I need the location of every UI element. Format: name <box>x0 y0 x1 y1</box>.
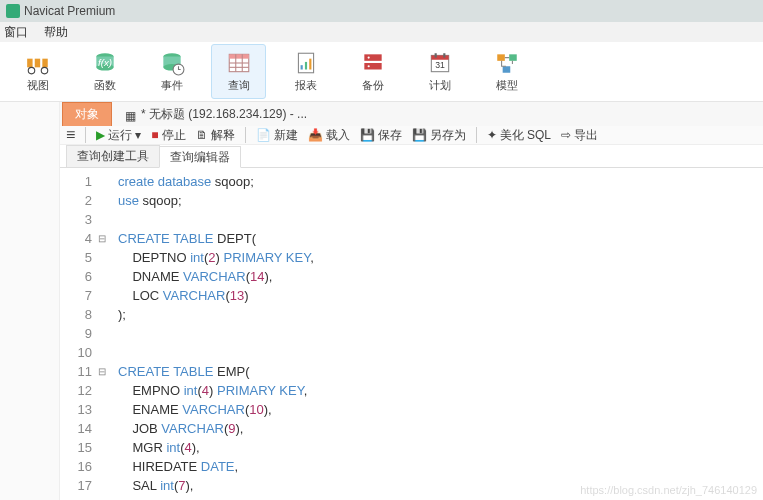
action-toolbar: ≡ ▶运行▾ ■停止 🗎解释 📄新建 📥载入 💾保存 💾另存为 ✦美化 SQL … <box>60 126 763 145</box>
inner-tabs: 查询创建工具查询编辑器 <box>60 145 763 168</box>
ribbon-label: 模型 <box>496 78 518 93</box>
query-icon: ▦ <box>125 109 137 121</box>
export-button[interactable]: ⇨导出 <box>561 127 598 144</box>
ribbon-label: 计划 <box>429 78 451 93</box>
code-area[interactable]: create database sqoop;use sqoop; CREATE … <box>112 168 763 500</box>
play-icon: ▶ <box>96 128 105 142</box>
svg-rect-30 <box>443 53 445 57</box>
code-line: CREATE TABLE EMP( <box>118 362 763 381</box>
svg-rect-33 <box>509 54 517 61</box>
app-icon <box>6 4 20 18</box>
ribbon-plan[interactable]: 31计划 <box>412 44 467 99</box>
code-line: LOC VARCHAR(13) <box>118 286 763 305</box>
code-line: ENAME VARCHAR(10), <box>118 400 763 419</box>
ribbon-model[interactable]: 模型 <box>479 44 534 99</box>
saveas-icon: 💾 <box>412 128 427 142</box>
new-button[interactable]: 📄新建 <box>256 127 298 144</box>
ribbon-report[interactable]: 报表 <box>278 44 333 99</box>
ribbon-label: 视图 <box>27 78 49 93</box>
titlebar: Navicat Premium <box>0 0 763 22</box>
menu-window[interactable]: 窗口 <box>4 24 28 41</box>
saveas-button[interactable]: 💾另存为 <box>412 127 466 144</box>
svg-rect-23 <box>364 54 381 61</box>
code-line <box>118 210 763 229</box>
ribbon-backup[interactable]: 备份 <box>345 44 400 99</box>
new-icon: 📄 <box>256 128 271 142</box>
innertab-editor[interactable]: 查询编辑器 <box>159 146 241 168</box>
wand-icon: ✦ <box>487 128 497 142</box>
explain-icon: 🗎 <box>196 128 208 142</box>
svg-rect-20 <box>300 65 302 69</box>
code-line <box>118 343 763 362</box>
svg-point-3 <box>28 67 35 74</box>
svg-point-26 <box>367 65 369 67</box>
svg-rect-21 <box>304 62 306 70</box>
svg-rect-0 <box>27 59 32 68</box>
export-icon: ⇨ <box>561 128 571 142</box>
fold-column[interactable]: ⊟⊟ <box>98 168 112 500</box>
separator <box>245 127 246 143</box>
run-button[interactable]: ▶运行▾ <box>96 127 141 144</box>
hamburger-button[interactable]: ≡ <box>66 126 75 144</box>
ribbon-event[interactable]: 事件 <box>144 44 199 99</box>
save-button[interactable]: 💾保存 <box>360 127 402 144</box>
explain-button[interactable]: 🗎解释 <box>196 127 235 144</box>
stop-button[interactable]: ■停止 <box>151 127 185 144</box>
code-line: EMPNO int(4) PRIMARY KEY, <box>118 381 763 400</box>
svg-rect-14 <box>229 54 249 58</box>
ribbon-label: 备份 <box>362 78 384 93</box>
ribbon-function[interactable]: f(x)函数 <box>77 44 132 99</box>
code-line: DEPTNO int(2) PRIMARY KEY, <box>118 248 763 267</box>
svg-rect-29 <box>434 53 436 57</box>
svg-point-25 <box>367 57 369 59</box>
filetab-untitled[interactable]: ▦* 无标题 (192.168.234.129) - ... <box>112 102 320 126</box>
code-line <box>118 324 763 343</box>
svg-rect-1 <box>34 59 39 68</box>
ribbon: 视图f(x)函数事件查询报表备份31计划模型 <box>0 42 763 102</box>
svg-rect-22 <box>309 59 311 70</box>
separator <box>476 127 477 143</box>
watermark: https://blog.csdn.net/zjh_746140129 <box>580 484 757 496</box>
code-line: ); <box>118 305 763 324</box>
app-title: Navicat Premium <box>24 4 115 18</box>
ribbon-label: 事件 <box>161 78 183 93</box>
code-line: use sqoop; <box>118 191 763 210</box>
beautify-button[interactable]: ✦美化 SQL <box>487 127 551 144</box>
svg-point-4 <box>41 67 48 74</box>
svg-rect-32 <box>497 54 505 61</box>
stop-icon: ■ <box>151 128 158 142</box>
ribbon-view[interactable]: 视图 <box>10 44 65 99</box>
file-tabs: 对象▦* 无标题 (192.168.234.129) - ... <box>60 102 763 126</box>
code-line: CREATE TABLE DEPT( <box>118 229 763 248</box>
ribbon-label: 报表 <box>295 78 317 93</box>
code-line: MGR int(4), <box>118 438 763 457</box>
sql-editor[interactable]: 123456789101112131415161718192021 ⊟⊟ cre… <box>60 168 763 500</box>
svg-rect-2 <box>42 59 47 68</box>
save-icon: 💾 <box>360 128 375 142</box>
code-line: DNAME VARCHAR(14), <box>118 267 763 286</box>
left-panel <box>0 102 60 500</box>
chevron-down-icon: ▾ <box>135 128 141 142</box>
innertab-builder[interactable]: 查询创建工具 <box>66 145 160 167</box>
svg-rect-34 <box>502 66 510 73</box>
separator <box>85 127 86 143</box>
menu-help[interactable]: 帮助 <box>44 24 68 41</box>
ribbon-label: 查询 <box>228 78 250 93</box>
code-line: HIREDATE DATE, <box>118 457 763 476</box>
load-button[interactable]: 📥载入 <box>308 127 350 144</box>
line-gutter: 123456789101112131415161718192021 <box>60 168 98 500</box>
ribbon-label: 函数 <box>94 78 116 93</box>
load-icon: 📥 <box>308 128 323 142</box>
code-line: create database sqoop; <box>118 172 763 191</box>
svg-rect-28 <box>431 55 448 59</box>
svg-text:f(x): f(x) <box>97 57 111 68</box>
svg-text:31: 31 <box>435 60 445 70</box>
filetab-objects[interactable]: 对象 <box>62 102 112 126</box>
ribbon-query[interactable]: 查询 <box>211 44 266 99</box>
code-line: JOB VARCHAR(9), <box>118 419 763 438</box>
menubar: 窗口 帮助 <box>0 22 763 42</box>
svg-rect-24 <box>364 63 381 70</box>
